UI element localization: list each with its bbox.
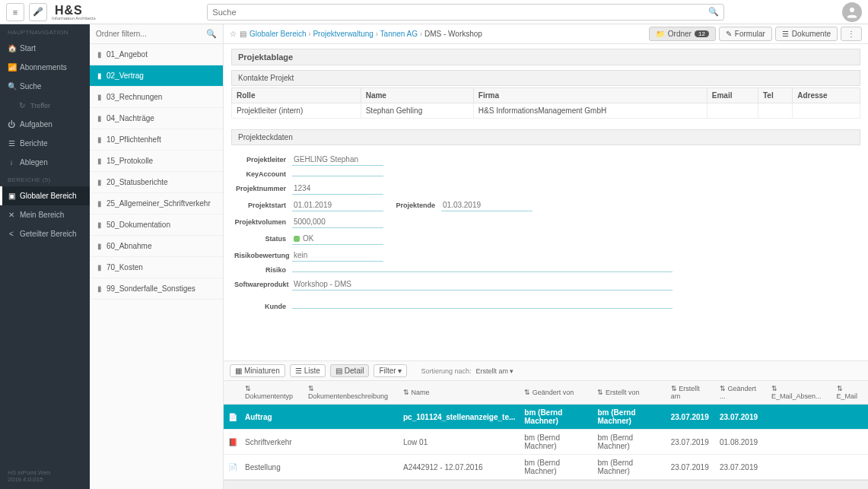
col-email[interactable]: Email [707,88,758,103]
field-risiko[interactable] [292,268,672,272]
sort-value[interactable]: Erstellt am ▾ [475,367,513,375]
col-erstellt-am[interactable]: ⇅ Erstellt am [666,381,715,405]
breadcrumb-1[interactable]: Projektverwaltung [313,30,373,38]
sidenav: HAUPTNAVIGATION 🏠Start📶Abonnements🔍Suche… [0,24,90,489]
logo: H&S Information Architects [52,4,96,21]
sidenav-item-globaler-bereich[interactable]: ▣Globaler Bereich [0,186,90,205]
document-row[interactable]: 📕SchriftverkehrLow 01bm (Bernd Machner)b… [224,430,868,455]
nav-section-main: HAUPTNAVIGATION [0,24,90,39]
sidenav-item-abonnements[interactable]: 📶Abonnements [0,58,90,77]
folder-99_sonderfalle_sonstiges[interactable]: ▮99_Sonderfalle_Sonstiges [90,278,223,300]
folder-70_kosten[interactable]: ▮70_Kosten [90,257,223,278]
field-projektstart[interactable]: 01.01.2019 [292,199,383,211]
folder-02_vertrag[interactable]: ▮02_Vertrag [90,65,223,87]
col-email[interactable]: ⇅ E_Mail [832,381,868,405]
breadcrumb-0[interactable]: Globaler Bereich [250,30,306,38]
documents-table: ⇅ Dokumententyp ⇅ Dokumentenbeschreibung… [224,381,868,480]
field-projektleiter[interactable]: GEHLING Stephan [292,154,383,166]
sidenav-item-geteilter-bereich[interactable]: <Geteilter Bereich [0,224,90,243]
nav-icon: ↻ [18,101,26,110]
favorite-icon[interactable]: ☆ [230,30,237,38]
folder-04_nachträge[interactable]: ▮04_Nachträge [90,108,223,129]
nav-icon: ⏻ [8,120,15,129]
document-row[interactable]: 📄Auftragpc_101124_stellenanzeige_te...bm… [224,405,868,430]
field-kunde[interactable] [292,305,672,309]
sidenav-item-treffer[interactable]: ↻Treffer [0,96,90,115]
col-erstellt-von[interactable]: ⇅ Erstellt von [593,381,666,405]
field-softwareprodukt[interactable]: Workshop - DMS [292,278,672,291]
avatar[interactable] [842,2,862,22]
menu-button[interactable]: ≡ [6,3,24,21]
col-rolle[interactable]: Rolle [232,88,361,103]
col-tel[interactable]: Tel [758,88,792,103]
tab-ordner[interactable]: 📁 Ordner 12 [649,27,716,41]
field-keyaccount[interactable] [292,173,383,176]
doc-toolbar: ▦ Miniaturen ☰ Liste ▤ Detail Filter ▾ S… [224,360,868,381]
panel-projektablage: Projektablage [231,49,860,65]
folder-filter[interactable]: 🔍 [90,24,223,44]
view-miniaturen[interactable]: ▦ Miniaturen [230,364,285,377]
folder-icon: ▮ [97,157,102,165]
mic-button[interactable]: 🎤 [29,3,47,21]
field-status[interactable]: OK [292,233,383,245]
filter-button[interactable]: Filter ▾ [374,364,407,377]
folder-icon: ▮ [97,135,102,144]
folder-20_statusberichte[interactable]: ▮20_Statusberichte [90,172,223,193]
search-icon[interactable]: 🔍 [206,29,217,39]
tab-formular[interactable]: ✎ Formular [719,27,772,41]
sidenav-item-ablegen[interactable]: ↓Ablegen [0,153,90,172]
folder-60_abnahme[interactable]: ▮60_Abnahme [90,236,223,257]
global-search[interactable]: 🔍 [207,4,724,21]
search-icon[interactable]: 🔍 [708,7,719,17]
folder-15_protokolle[interactable]: ▮15_Protokolle [90,151,223,172]
contact-row[interactable]: Projektleiter (intern) Stephan Gehling H… [232,103,860,119]
folder-03_rechnungen[interactable]: ▮03_Rechnungen [90,87,223,108]
folder-01_angebot[interactable]: ▮01_Angebot [90,44,223,65]
horizontal-scrollbar[interactable] [224,480,868,489]
folder-10_pflichtenheft[interactable]: ▮10_Pflichtenheft [90,129,223,151]
sidenav-item-mein-bereich[interactable]: ✕Mein Bereich [0,205,90,224]
tab-more[interactable]: ⋮ [841,27,862,41]
col-geaendert-von[interactable]: ⇅ Geändert von [520,381,593,405]
field-risikobewertung[interactable]: kein [292,249,383,262]
breadcrumb-2[interactable]: Tannen AG [380,30,418,38]
view-detail[interactable]: ▤ Detail [330,364,370,377]
col-dokumententyp[interactable]: ⇅ Dokumententyp [240,381,304,405]
sort-label: Sortierung nach: [421,367,471,375]
folder-25_allgemeiner_schriftverkehr[interactable]: ▮25_Allgemeiner_Schriftverkehr [90,193,223,214]
field-projektnummer[interactable]: 1234 [292,183,383,195]
sidenav-item-aufgaben[interactable]: ⏻Aufgaben [0,115,90,134]
sidenav-item-berichte[interactable]: ☰Berichte [0,134,90,153]
document-icon: 📕 [228,438,236,446]
nav-icon: 📶 [8,63,15,71]
field-projektende[interactable]: 01.03.2019 [441,199,533,211]
col-firma[interactable]: Firma [473,88,707,103]
document-row[interactable]: 📄BestellungA2442912 - 12.07.2016bm (Bern… [224,455,868,480]
col-name[interactable]: ⇅ Name [399,381,520,405]
col-name[interactable]: Name [361,88,473,103]
sidenav-item-suche[interactable]: 🔍Suche [0,77,90,96]
folder-icon: ▮ [97,50,102,59]
sidenav-item-start[interactable]: 🏠Start [0,39,90,58]
tree-icon: ▤ [240,30,246,38]
col-adresse[interactable]: Adresse [793,88,860,103]
col-geaendert[interactable]: ⇅ Geändert ... [715,381,767,405]
col-beschreibung[interactable]: ⇅ Dokumentenbeschreibung [304,381,399,405]
search-input[interactable] [212,8,708,17]
document-icon: 📄 [228,413,236,421]
main: ☆ ▤ Globaler Bereich › Projektverwaltung… [224,24,868,489]
nav-icon: < [8,230,15,238]
nav-icon: 🔍 [8,82,15,90]
folder-icon: ▮ [97,178,102,186]
nav-icon: ✕ [8,211,15,219]
tab-dokumente[interactable]: ☰ Dokumente [775,27,838,41]
document-icon: 📄 [228,463,236,472]
folder-icon: ▮ [97,221,102,229]
view-liste[interactable]: ☰ Liste [290,364,326,377]
status-ok-icon [294,236,300,242]
field-projektvolumen[interactable]: 5000,000 [292,216,383,228]
folder-filter-input[interactable] [96,30,206,38]
col-email-absen[interactable]: ⇅ E_Mail_Absen... [767,381,831,405]
folder-50_dokumentation[interactable]: ▮50_Dokumentation [90,214,223,236]
breadcrumb-3[interactable]: DMS - Workshop [424,30,482,38]
